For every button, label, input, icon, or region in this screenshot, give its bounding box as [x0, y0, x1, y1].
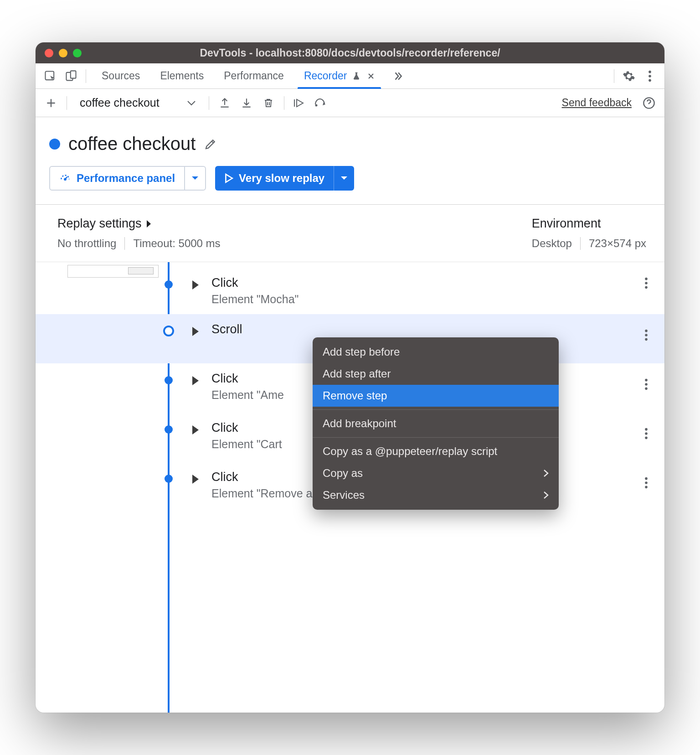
separator: [209, 96, 209, 110]
menu-label: Services: [323, 489, 365, 502]
svg-point-23: [645, 486, 648, 489]
step-menu-icon[interactable]: [644, 378, 648, 391]
recording-name: coffee checkout: [80, 96, 160, 109]
expand-caret-icon[interactable]: [192, 425, 199, 434]
separator: [614, 69, 614, 83]
menu-divider: [313, 409, 559, 410]
ctx-remove-step[interactable]: Remove step: [313, 385, 559, 407]
edit-title-icon[interactable]: [204, 137, 217, 151]
tab-sources[interactable]: Sources: [92, 63, 150, 88]
send-feedback-link[interactable]: Send feedback: [562, 97, 632, 109]
svg-point-10: [645, 282, 648, 284]
step-menu-icon[interactable]: [644, 427, 648, 440]
step-menu-icon[interactable]: [644, 329, 648, 341]
ctx-add-step-after[interactable]: Add step after: [313, 363, 559, 385]
device-toolbar-icon[interactable]: [62, 67, 80, 85]
ctx-services[interactable]: Services: [313, 484, 559, 506]
ctx-add-breakpoint[interactable]: Add breakpoint: [313, 413, 559, 434]
close-tab-icon[interactable]: [367, 72, 375, 80]
throttling-value: No throttling: [57, 237, 116, 250]
ctx-copy-as[interactable]: Copy as: [313, 462, 559, 484]
chevron-right-icon: [146, 220, 152, 228]
button-label: Performance panel: [77, 172, 175, 185]
ctx-copy-puppeteer[interactable]: Copy as a @puppeteer/replay script: [313, 440, 559, 462]
step-menu-icon[interactable]: [644, 476, 648, 489]
svg-point-17: [645, 388, 648, 390]
perf-dropdown-caret[interactable]: [185, 167, 205, 190]
performance-panel-button[interactable]: Performance panel: [49, 166, 206, 191]
menu-divider: [313, 437, 559, 438]
timeline-node: [165, 376, 173, 384]
chevron-down-icon: [187, 100, 196, 106]
step-icon[interactable]: [313, 94, 331, 112]
recorder-toolbar: coffee checkout Send feedback: [36, 89, 664, 117]
menu-label: Add step after: [323, 367, 391, 380]
recording-header: coffee checkout Performance panel: [36, 117, 664, 205]
device-value: Desktop: [532, 237, 572, 250]
inspect-element-icon[interactable]: [41, 67, 59, 85]
tab-label: Elements: [160, 70, 204, 82]
window-titlebar: DevTools - localhost:8080/docs/devtools/…: [36, 42, 664, 63]
menu-label: Add step before: [323, 346, 400, 358]
svg-point-12: [645, 330, 648, 332]
continue-icon[interactable]: [291, 94, 309, 112]
window-title: DevTools - localhost:8080/docs/devtools/…: [36, 47, 664, 59]
step-name: Scroll: [190, 322, 651, 336]
new-recording-icon[interactable]: [42, 94, 60, 112]
help-icon[interactable]: [640, 94, 658, 112]
import-icon[interactable]: [216, 94, 234, 112]
step-menu-icon[interactable]: [644, 277, 648, 290]
context-menu: Add step before Add step after Remove st…: [313, 337, 559, 510]
menu-label: Add breakpoint: [323, 417, 396, 430]
more-vert-icon[interactable]: [641, 67, 659, 85]
expand-caret-icon[interactable]: [192, 327, 199, 336]
svg-point-18: [645, 428, 648, 431]
tab-elements[interactable]: Elements: [150, 63, 214, 88]
step-detail: Element "Mocha": [190, 293, 651, 306]
tab-label: Sources: [102, 70, 140, 82]
separator: [284, 96, 284, 110]
svg-point-8: [64, 178, 66, 180]
separator: [580, 237, 581, 250]
replay-button[interactable]: Very slow replay: [215, 166, 354, 191]
tab-performance[interactable]: Performance: [214, 63, 294, 88]
close-window-button[interactable]: [45, 49, 53, 57]
recording-selector[interactable]: coffee checkout: [73, 96, 202, 109]
step-row[interactable]: Click Element "Mocha": [36, 262, 664, 314]
timeout-value: Timeout: 5000 ms: [133, 237, 220, 250]
panel-tabs: Sources Elements Performance Recorder: [92, 63, 385, 88]
timeline-node: [165, 475, 173, 483]
replay-settings-toggle[interactable]: Replay settings: [57, 217, 532, 231]
maximize-window-button[interactable]: [73, 49, 82, 57]
chevron-right-icon: [543, 469, 549, 477]
svg-point-15: [645, 379, 648, 382]
button-label: Very slow replay: [239, 172, 324, 185]
svg-point-6: [315, 104, 317, 106]
recording-status-dot: [49, 139, 60, 150]
menu-label: Copy as a @puppeteer/replay script: [323, 445, 497, 458]
menu-label: Remove step: [323, 389, 387, 402]
settings-gear-icon[interactable]: [620, 67, 638, 85]
timeline-node: [163, 326, 174, 336]
expand-caret-icon[interactable]: [192, 475, 199, 484]
expand-caret-icon[interactable]: [192, 376, 199, 385]
play-icon: [224, 173, 233, 183]
svg-point-20: [645, 437, 648, 440]
tab-label: Performance: [224, 70, 284, 82]
tab-recorder[interactable]: Recorder: [294, 63, 385, 88]
settings-row: Replay settings No throttling Timeout: 5…: [36, 205, 664, 262]
export-icon[interactable]: [237, 94, 256, 112]
minimize-window-button[interactable]: [59, 49, 67, 57]
tabs-overflow-icon[interactable]: [387, 70, 408, 82]
replay-dropdown-caret[interactable]: [334, 166, 354, 191]
delete-icon[interactable]: [259, 94, 278, 112]
ctx-add-step-before[interactable]: Add step before: [313, 341, 559, 363]
menu-label: Copy as: [323, 467, 363, 480]
svg-point-22: [645, 481, 648, 484]
svg-point-16: [645, 383, 648, 386]
expand-caret-icon[interactable]: [192, 280, 199, 290]
svg-point-11: [645, 286, 648, 289]
separator: [124, 237, 125, 250]
dimensions-value: 723×574 px: [589, 237, 646, 250]
timeline-node: [165, 280, 173, 289]
